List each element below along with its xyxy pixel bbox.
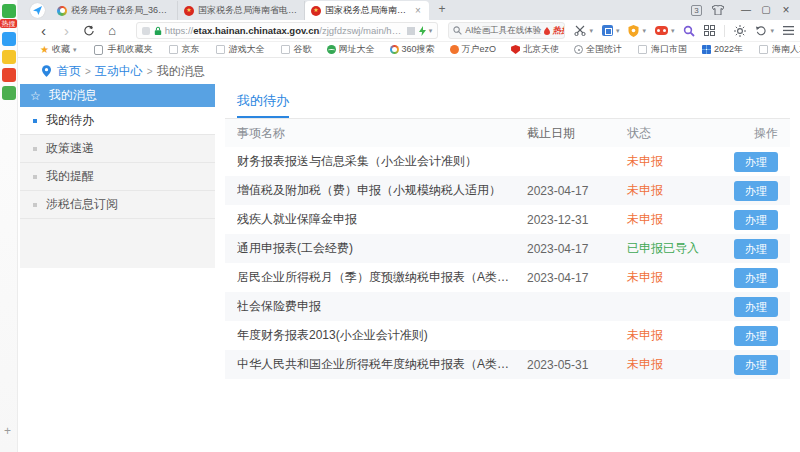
tab-list-badge[interactable]: 3 [691,5,702,16]
bookmark-item[interactable]: 游戏大全 [215,43,265,56]
back-button[interactable] [32,21,55,41]
sidebar-header: 我的消息 [20,84,215,107]
table-row: 年度财务报表2013(小企业会计准则)未申报办理 [225,321,790,350]
bullet-icon [33,147,37,151]
handle-button[interactable]: 办理 [734,181,778,201]
desktop-browser360-icon[interactable] [2,68,16,82]
handle-button[interactable]: 办理 [734,239,778,259]
handle-button[interactable]: 办理 [734,355,778,375]
caret-down-icon [589,27,593,35]
bookmark-item[interactable]: 北京天使 [511,43,559,56]
breadcrumb-link[interactable]: 首页 [57,63,81,80]
close-window-button[interactable] [776,0,796,21]
desktop-note-icon[interactable] [2,86,16,100]
translate-app-icon[interactable] [602,25,620,36]
bookmark-label: 京东 [182,43,200,56]
desktop-star-icon[interactable] [2,50,16,64]
action-cell: 办理 [732,181,778,201]
star-orange-icon [40,45,49,54]
maximize-button[interactable] [756,0,776,20]
sidebar-item[interactable]: 政策速递 [20,135,215,163]
handle-button[interactable]: 办理 [734,210,778,230]
history-undo-icon[interactable] [755,25,774,36]
browser-search-input[interactable]: AI绘画工具在线体验 热搜 [448,22,565,39]
security-shield-icon[interactable] [628,25,646,37]
finder-magnifier-icon[interactable] [683,25,695,37]
address-bar-tools [403,26,433,36]
sidebar-item[interactable]: 涉税信息订阅 [20,191,215,219]
sidebar-item[interactable]: 我的待办 [20,107,215,135]
bookmark-label: 360搜索 [402,43,435,56]
close-tab-icon[interactable] [413,5,423,16]
address-bar[interactable]: https://etax.hainan.chinatax.gov.cn/zjgf… [136,22,439,39]
reload-button[interactable] [78,25,101,37]
settings-sun-icon[interactable] [734,25,746,37]
action-cell: 办理 [732,326,778,346]
location-pin-icon [42,65,51,77]
forward-button[interactable] [55,21,78,41]
handle-button[interactable]: 办理 [734,268,778,288]
breadcrumb-link[interactable]: 互动中心 [95,63,143,80]
address-dropdown-icon[interactable] [429,27,433,35]
browser-logo-icon[interactable] [30,3,45,18]
screenshot-scissors-icon[interactable] [574,25,593,36]
status-text: 未申报 [627,327,732,344]
bookmark-item[interactable]: 谷歌 [280,43,312,56]
desktop-add-button[interactable]: + [4,424,11,438]
handle-button[interactable]: 办理 [734,297,778,317]
sidebar-item-label: 政策速递 [46,140,94,157]
search-icon [453,26,462,35]
caret-down-icon [642,27,646,35]
menu-hamburger-icon[interactable] [783,26,794,35]
table-row: 残疾人就业保障金申报2023-12-31未申报办理 [225,205,790,234]
bookmark-item[interactable]: 收藏 [40,43,77,56]
desktop-swirl-icon[interactable] [2,4,16,18]
desktop-chat-icon[interactable] [2,32,16,46]
flame-icon [544,27,550,35]
shield-red-icon [511,45,520,54]
new-tab-button[interactable] [433,2,451,18]
bullet-icon [33,175,37,179]
gov-favicon-icon [184,6,194,16]
gov-favicon-icon [311,6,321,16]
tab-title: 国家税务总局海南省电子税务局 [325,4,409,17]
bookmark-item[interactable]: 360搜索 [390,43,435,56]
sidebar-menu: 我的待办政策速递我的提醒涉税信息订阅 [20,107,215,219]
browser-tab[interactable]: 税务局电子税务局_360搜索 [51,1,178,20]
bookmark-item[interactable]: 网址大全 [327,43,375,56]
apps-grid-icon[interactable] [704,25,715,36]
handle-button[interactable]: 办理 [734,326,778,346]
breadcrumb-items: 首页>互动中心>我的消息 [53,63,209,80]
site-icon [142,27,150,35]
column-header: 状态 [627,125,732,142]
bookmark-item[interactable]: 手机收藏夹 [92,43,153,56]
home-button[interactable] [101,23,124,38]
skin-theme-icon[interactable] [712,5,724,15]
speed-mode-icon[interactable] [419,26,426,36]
bookmark-item[interactable]: 2022年 [702,43,743,56]
table-row: 中华人民共和国企业所得税年度纳税申报表（A类，2017年版）2023-05-31… [225,350,790,379]
games-icon[interactable] [655,26,675,35]
secure-lock-icon [154,26,162,36]
bookmark-item[interactable]: 海口市国 [637,43,687,56]
tab-my-todo[interactable]: 我的待办 [237,92,289,118]
handle-button[interactable]: 办理 [734,152,778,172]
tab-title: 国家税务总局海南省电子税务局 [198,4,298,17]
browser-tab[interactable]: 国家税务总局海南省电子税务局 [305,1,429,20]
browser-tab[interactable]: 国家税务总局海南省电子税务局 [178,1,305,20]
action-cell: 办理 [732,210,778,230]
star-icon [30,89,41,103]
sidebar-item[interactable]: 我的提醒 [20,163,215,191]
bookmark-item[interactable]: 海南人才 [758,43,800,56]
breadcrumb: 首页>互动中心>我的消息 [18,58,800,84]
caret-down-icon [671,27,675,35]
tab-title: 税务局电子税务局_360搜索 [71,4,171,17]
bookmark-item[interactable]: 全国统计 [574,43,622,56]
reader-mode-icon[interactable] [407,27,415,35]
browser-toolbar: https://etax.hainan.chinatax.gov.cn/zjgf… [18,20,800,42]
bookmark-item[interactable]: 京东 [168,43,200,56]
bookmark-item[interactable]: 万户ezO [450,43,497,56]
minimize-button[interactable] [736,0,756,20]
todo-panel: 我的待办 事项名称截止日期状态操作 财务报表报送与信息采集（小企业会计准则）未申… [225,84,790,452]
circle-gray-icon [574,45,583,54]
